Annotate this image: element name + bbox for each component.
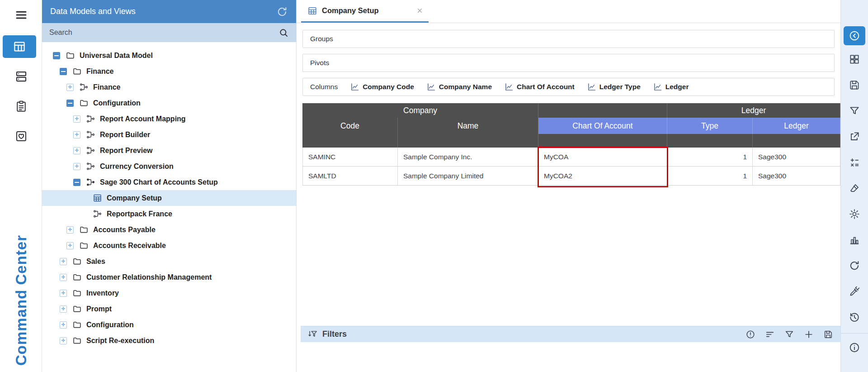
group-header-ledger[interactable]: Ledger xyxy=(667,103,840,118)
cell-type[interactable]: 1 xyxy=(667,167,753,185)
filter-view-button[interactable] xyxy=(847,103,862,119)
column-chip-ledger[interactable]: Ledger xyxy=(653,82,689,91)
search-icon[interactable] xyxy=(278,28,289,38)
expander-plus-icon[interactable] xyxy=(60,290,67,297)
column-chip-company-code[interactable]: Company Code xyxy=(350,82,414,91)
filter-list-button[interactable] xyxy=(765,329,775,339)
add-filter-button[interactable] xyxy=(804,329,814,339)
expander-plus-icon[interactable] xyxy=(66,84,74,91)
refresh-data-button[interactable] xyxy=(847,258,862,273)
expander-minus-icon[interactable] xyxy=(73,179,80,186)
pipette-button[interactable] xyxy=(847,284,862,299)
info-button[interactable] xyxy=(847,340,862,355)
tree-item-prompt[interactable]: Prompt xyxy=(42,301,296,317)
expander-plus-icon[interactable] xyxy=(60,258,67,265)
tree-item-accounts-receivable[interactable]: Accounts Receivable xyxy=(42,238,296,253)
column-chip-company-name[interactable]: Company Name xyxy=(427,82,492,91)
tree-item-reportpack-france[interactable]: Reportpack France xyxy=(42,206,296,222)
expander-minus-icon[interactable] xyxy=(66,100,74,107)
expander-plus-icon[interactable] xyxy=(73,115,80,123)
cell-chart-of-account[interactable]: MyCOA2 xyxy=(538,167,667,185)
search-input[interactable]: Search xyxy=(42,23,296,42)
save-filters-button[interactable] xyxy=(823,329,833,339)
tree-item-universal-data-model[interactable]: Universal Data Model xyxy=(42,48,296,63)
filter-warnings-button[interactable] xyxy=(745,329,755,339)
expander-plus-icon[interactable] xyxy=(60,274,67,281)
expander-plus-icon[interactable] xyxy=(66,226,74,234)
tree-item-report-builder[interactable]: Report Builder xyxy=(42,127,296,143)
settings-button[interactable] xyxy=(847,206,862,222)
expander-plus-icon[interactable] xyxy=(60,321,67,329)
favorites-nav-button[interactable] xyxy=(0,125,42,148)
data-sources-nav-button[interactable] xyxy=(0,65,42,88)
tree-item-report-preview[interactable]: Report Preview xyxy=(42,143,296,158)
cell-chart-of-account[interactable]: MyCOA xyxy=(538,148,667,166)
tab-company-setup[interactable]: Company Setup xyxy=(301,0,429,23)
column-header-name[interactable]: Name xyxy=(398,118,538,134)
cell-code[interactable]: SAMINC xyxy=(302,148,398,166)
history-button[interactable] xyxy=(847,310,862,325)
expander-minus-icon[interactable] xyxy=(53,52,60,59)
column-chip-chart-of-account[interactable]: Chart Of Account xyxy=(505,82,575,91)
tree-item-sage-300-chart-of-accounts-setup[interactable]: Sage 300 Chart of Accounts Setup xyxy=(42,174,296,190)
cell-type[interactable]: 1 xyxy=(667,148,753,166)
expander-minus-icon[interactable] xyxy=(60,68,67,75)
folder-icon xyxy=(72,304,82,314)
eraser-button[interactable] xyxy=(847,181,862,196)
calculations-button[interactable] xyxy=(847,155,862,170)
model-icon xyxy=(86,146,95,155)
refresh-icon[interactable] xyxy=(276,6,288,18)
tree-item-sales[interactable]: Sales xyxy=(42,253,296,269)
pivots-dropzone[interactable]: Pivots xyxy=(302,54,835,72)
tree-item-inventory[interactable]: Inventory xyxy=(42,285,296,301)
table-row[interactable]: SAMINCSample Company Inc.MyCOA1Sage300 xyxy=(302,148,840,167)
export-button[interactable] xyxy=(847,129,862,144)
tree-item-company-setup[interactable]: Company Setup xyxy=(42,190,296,206)
cell-name[interactable]: Sample Company Inc. xyxy=(398,148,538,166)
tree-item-label: Configuration xyxy=(93,99,141,107)
menu-button[interactable] xyxy=(0,4,42,26)
expander-plus-icon[interactable] xyxy=(66,242,74,249)
tree-item-label: Report Account Mapping xyxy=(100,115,186,123)
tab-label: Company Setup xyxy=(322,6,412,15)
cell-code[interactable]: SAMLTD xyxy=(302,167,398,185)
groups-dropzone[interactable]: Groups xyxy=(302,30,835,48)
tree-item-currency-conversion[interactable]: Currency Conversion xyxy=(42,158,296,174)
tree-item-finance[interactable]: Finance xyxy=(42,79,296,95)
chart-button[interactable] xyxy=(847,232,862,248)
folder-icon xyxy=(72,336,82,345)
table-row[interactable]: SAMLTDSample Company LimitedMyCOA21Sage3… xyxy=(302,167,840,186)
column-header-ledger[interactable]: Ledger xyxy=(753,118,840,134)
sidebar-header: Data Models and Views xyxy=(42,0,296,23)
tasks-nav-button[interactable] xyxy=(0,95,42,118)
tree-item-finance[interactable]: Finance xyxy=(42,63,296,79)
expander-plus-icon[interactable] xyxy=(60,337,67,344)
filters-bar[interactable]: Filters xyxy=(301,326,840,342)
column-header-chart-of-account[interactable]: Chart Of Account xyxy=(538,118,667,134)
sidebar: Data Models and Views Search Universal D… xyxy=(42,0,297,372)
expander-plus-icon[interactable] xyxy=(73,131,80,138)
column-header-type[interactable]: Type xyxy=(667,118,753,134)
filter-funnel-button[interactable] xyxy=(784,329,794,339)
tree-item-accounts-payable[interactable]: Accounts Payable xyxy=(42,222,296,238)
data-models-nav-button[interactable] xyxy=(3,35,36,58)
tree-item-configuration[interactable]: Configuration xyxy=(42,317,296,333)
column-chip-ledger-type[interactable]: Ledger Type xyxy=(587,82,641,91)
save-view-button[interactable] xyxy=(847,77,862,93)
cell-ledger[interactable]: Sage300 xyxy=(753,167,840,185)
column-header-code[interactable]: Code xyxy=(302,118,398,134)
expander-plus-icon[interactable] xyxy=(60,305,67,313)
folder-icon xyxy=(79,98,89,108)
collapse-panel-button[interactable] xyxy=(844,26,865,45)
cell-name[interactable]: Sample Company Limited xyxy=(398,167,538,185)
expander-plus-icon[interactable] xyxy=(73,163,80,170)
tree-item-configuration[interactable]: Configuration xyxy=(42,95,296,111)
tree-item-report-account-mapping[interactable]: Report Account Mapping xyxy=(42,111,296,127)
layout-grid-button[interactable] xyxy=(847,52,862,67)
cell-ledger[interactable]: Sage300 xyxy=(753,148,840,166)
group-header-company[interactable]: Company xyxy=(302,103,538,118)
expander-plus-icon[interactable] xyxy=(73,147,80,154)
close-tab-icon[interactable] xyxy=(416,7,423,14)
tree-item-customer-relationship-management[interactable]: Customer Relationship Management xyxy=(42,269,296,285)
tree-item-script-re-execution[interactable]: Script Re-execution xyxy=(42,333,296,348)
